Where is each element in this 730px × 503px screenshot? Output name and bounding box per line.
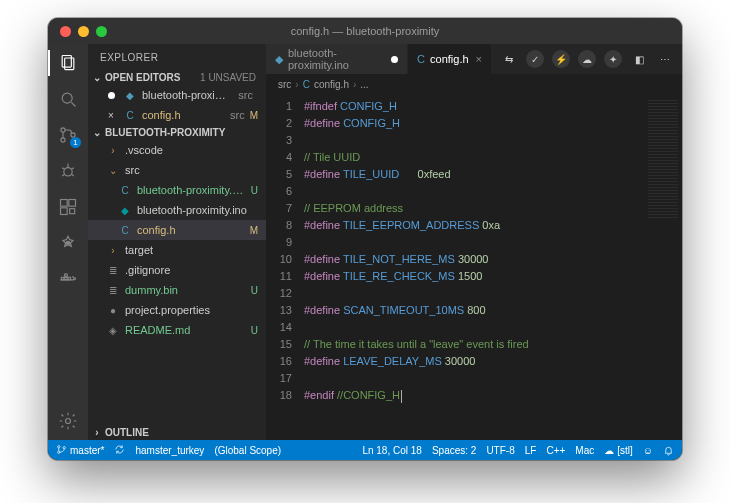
svg-line-10 (71, 168, 74, 170)
status-scope[interactable]: (Global Scope) (214, 445, 281, 456)
split-editor-icon[interactable]: ◧ (630, 50, 648, 68)
window-title: config.h — bluetooth-proximity (48, 25, 682, 37)
feedback-icon[interactable]: ☺ (643, 445, 653, 456)
crumb-folder[interactable]: src (278, 79, 291, 90)
editor-tab[interactable]: Cconfig.h× (408, 44, 492, 74)
tree-row[interactable]: ◆bluetooth-proximity.ino (88, 200, 266, 220)
outline-header[interactable]: › OUTLINE (88, 425, 266, 440)
svg-point-4 (61, 128, 65, 132)
tree-row[interactable]: ≣.gitignore (88, 260, 266, 280)
tree-row[interactable]: ●project.properties (88, 300, 266, 320)
bell-icon[interactable] (663, 445, 674, 456)
minimap[interactable] (640, 94, 682, 440)
sync-status[interactable] (114, 444, 125, 457)
open-editor-hint: src (238, 89, 253, 101)
extensions-icon[interactable] (57, 196, 79, 218)
open-editors-header[interactable]: ⌄ OPEN EDITORS 1 UNSAVED (88, 70, 266, 85)
debug-icon[interactable] (57, 160, 79, 182)
chevron-right-icon: › (106, 243, 120, 257)
file-md-icon: ◈ (106, 323, 120, 337)
eol[interactable]: LF (525, 445, 537, 456)
tree-label: .gitignore (125, 264, 253, 276)
svg-rect-0 (62, 56, 71, 68)
tree-row[interactable]: ›target (88, 240, 266, 260)
action-cloud-icon[interactable]: ☁ (578, 50, 596, 68)
folder-label: BLUETOOTH-PROXIMITY (105, 127, 225, 138)
settings-icon[interactable] (57, 410, 79, 432)
tree-row[interactable]: ⌄src (88, 160, 266, 180)
tree-row[interactable]: ≣dummy.binU (88, 280, 266, 300)
git-status: U (251, 325, 260, 336)
crumb-more[interactable]: ... (360, 79, 368, 90)
action-check-icon[interactable]: ✓ (526, 50, 544, 68)
cursor-position[interactable]: Ln 18, Col 18 (362, 445, 422, 456)
svg-line-3 (71, 102, 75, 106)
svg-rect-15 (61, 208, 68, 215)
chevron-right-icon: › (92, 427, 102, 438)
svg-point-25 (63, 446, 65, 448)
tree-label: README.md (125, 324, 246, 336)
open-editor-label: bluetooth-proximity.ino (142, 89, 233, 101)
svg-point-24 (58, 451, 60, 453)
crumb-file[interactable]: config.h (314, 79, 349, 90)
file-c-icon: C (118, 183, 132, 197)
tab-bar: ◆bluetooth-proximity.inoCconfig.h× ⇆ ✓ ⚡… (266, 44, 682, 74)
action-flash-icon[interactable]: ⚡ (552, 50, 570, 68)
indent[interactable]: Spaces: 2 (432, 445, 476, 456)
action-clean-icon[interactable]: ✦ (604, 50, 622, 68)
tree-label: target (125, 244, 253, 256)
code-content[interactable]: #ifndef CONFIG_H#define CONFIG_H// Tile … (300, 94, 682, 440)
tree-row[interactable]: ◈README.mdU (88, 320, 266, 340)
editor-area: ◆bluetooth-proximity.inoCconfig.h× ⇆ ✓ ⚡… (266, 44, 682, 440)
code-editor[interactable]: 123456789101112131415161718 #ifndef CONF… (266, 94, 682, 440)
open-editor-item[interactable]: ×Cconfig.h srcM (88, 105, 266, 125)
more-icon[interactable]: ⋯ (656, 50, 674, 68)
tree-label: config.h (137, 224, 245, 236)
tab-label: config.h (430, 53, 469, 65)
folder-header[interactable]: ⌄ BLUETOOTH-PROXIMITY (88, 125, 266, 140)
editor-tab[interactable]: ◆bluetooth-proximity.ino (266, 44, 408, 74)
svg-point-22 (66, 419, 71, 424)
file-icon: ◆ (123, 88, 137, 102)
compare-icon[interactable]: ⇆ (500, 50, 518, 68)
titlebar[interactable]: config.h — bluetooth-proximity (48, 18, 682, 44)
svg-point-23 (58, 445, 60, 447)
git-branch[interactable]: master* (56, 444, 104, 457)
search-icon[interactable] (57, 88, 79, 110)
sidebar-title: EXPLORER (88, 44, 266, 70)
close-tab-icon[interactable]: × (474, 53, 482, 65)
svg-rect-14 (69, 200, 76, 207)
platform[interactable]: Mac (575, 445, 594, 456)
close-window[interactable] (60, 26, 71, 37)
tree-label: dummy.bin (125, 284, 246, 296)
explorer-icon[interactable] (57, 52, 79, 74)
svg-line-11 (62, 174, 64, 176)
tree-row[interactable]: ›.vscode (88, 140, 266, 160)
file-c-icon: C (303, 79, 310, 90)
chevron-right-icon: › (106, 143, 120, 157)
particle-icon[interactable] (57, 232, 79, 254)
language-mode[interactable]: C++ (546, 445, 565, 456)
line-gutter: 123456789101112131415161718 (266, 94, 300, 440)
file-c-icon: C (118, 223, 132, 237)
breadcrumbs[interactable]: src › C config.h › ... (266, 74, 682, 94)
cloud-status[interactable]: ☁ [stl] (604, 445, 633, 456)
tree-row[interactable]: Cconfig.hM (88, 220, 266, 240)
file-icon: ≣ (106, 283, 120, 297)
svg-line-9 (62, 168, 64, 170)
activity-bar: 1 (48, 44, 88, 440)
docker-icon[interactable] (57, 268, 79, 290)
svg-rect-21 (65, 274, 68, 277)
svg-line-12 (71, 174, 74, 176)
git-status: U (251, 285, 260, 296)
scm-icon[interactable]: 1 (57, 124, 79, 146)
encoding[interactable]: UTF-8 (486, 445, 514, 456)
zoom-window[interactable] (96, 26, 107, 37)
svg-point-5 (61, 138, 65, 142)
minimize-window[interactable] (78, 26, 89, 37)
open-editor-item[interactable]: ◆bluetooth-proximity.ino src (88, 85, 266, 105)
status-context[interactable]: hamster_turkey (135, 445, 204, 456)
dirty-dot-icon[interactable] (389, 53, 398, 65)
tree-row[interactable]: Cbluetooth-proximity.cppU (88, 180, 266, 200)
file-ino-icon: ◆ (118, 203, 132, 217)
